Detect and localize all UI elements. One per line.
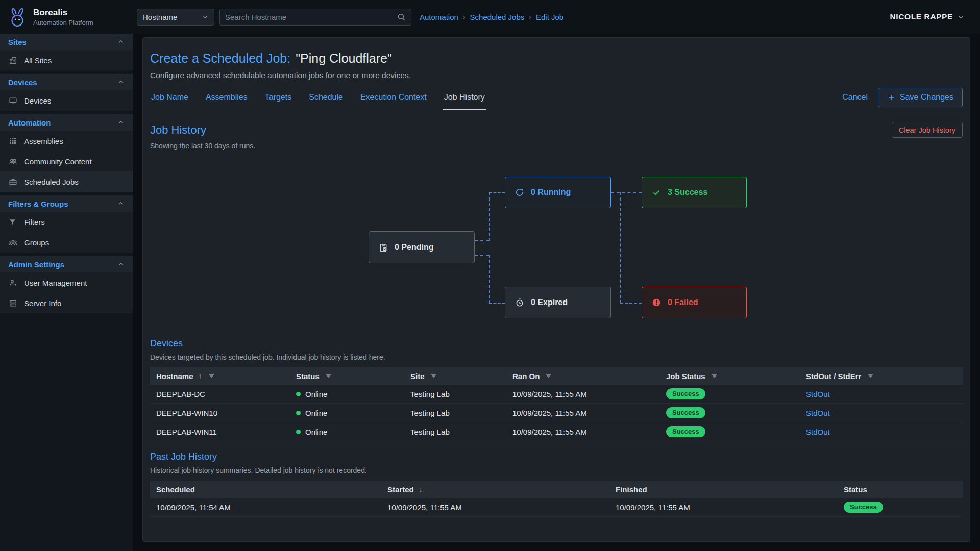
clear-job-history-button[interactable]: Clear Job History: [892, 122, 963, 138]
sidebar-section-header-sites[interactable]: Sites: [0, 34, 133, 50]
online-status-dot: [296, 392, 301, 396]
column-header-status[interactable]: Status: [290, 367, 404, 385]
tab-schedule[interactable]: Schedule: [308, 85, 344, 110]
save-changes-button[interactable]: Save Changes: [878, 88, 963, 107]
failed-status-node[interactable]: 0 Failed: [642, 287, 747, 318]
column-header-hostname[interactable]: Hostname ↑: [150, 367, 290, 385]
device-row[interactable]: DEEPLAB-DC Online Testing Lab 10/09/2025…: [150, 385, 963, 404]
pending-node-label: 0 Pending: [395, 243, 433, 252]
sidebar-section-header-automation[interactable]: Automation: [0, 114, 133, 131]
hostname-filter-select[interactable]: Hostname: [137, 9, 214, 26]
user-menu[interactable]: NICOLE RAPPE: [890, 12, 965, 21]
finished-cell: 10/09/2025, 11:55 AM: [609, 498, 838, 516]
column-label: Status: [296, 372, 320, 381]
edit-job-panel: Create a Scheduled Job: "Ping Cloudflare…: [142, 37, 970, 542]
devices-table: Hostname ↑ Status Site Ran On Job Status: [150, 367, 963, 441]
sidebar-section-header-devices[interactable]: Devices: [0, 74, 133, 90]
breadcrumb-scheduled-jobs[interactable]: Scheduled Jobs: [470, 13, 525, 21]
success-badge: Success: [844, 502, 883, 513]
error-icon: [652, 298, 661, 307]
sort-desc-icon[interactable]: ↓: [419, 485, 423, 493]
search-input[interactable]: [225, 13, 397, 21]
sidebar-item-label: User Management: [24, 279, 87, 287]
section-label: Automation: [8, 118, 51, 127]
sidebar-item-groups[interactable]: Groups: [0, 232, 133, 253]
cancel-button[interactable]: Cancel: [842, 93, 868, 102]
column-header-stdout[interactable]: StdOut / StdErr: [800, 367, 963, 385]
sidebar-item-label: Community Content: [24, 157, 92, 166]
stdout-link[interactable]: StdOut: [806, 390, 830, 398]
user-name: NICOLE RAPPE: [890, 12, 953, 21]
started-cell: 10/09/2025, 11:55 AM: [381, 498, 609, 516]
sidebar-section-header-admin-settings[interactable]: Admin Settings: [0, 256, 133, 272]
filter-list-icon[interactable]: [710, 372, 719, 380]
tab-execution-context[interactable]: Execution Context: [359, 85, 428, 110]
section-label: Devices: [8, 78, 37, 87]
stdout-link[interactable]: StdOut: [806, 428, 830, 436]
tab-job-name[interactable]: Job Name: [150, 85, 189, 110]
chevron-up-icon: [117, 79, 125, 86]
sidebar-item-community-content[interactable]: Community Content: [0, 151, 133, 171]
past-history-heading: Past Job History: [150, 452, 217, 462]
column-header-started[interactable]: Started ↓: [381, 481, 609, 498]
status-text: Online: [305, 390, 327, 398]
tab-assemblies[interactable]: Assemblies: [205, 85, 249, 110]
brand: Borealis Automation Platform: [0, 6, 133, 28]
column-header-site[interactable]: Site: [404, 367, 506, 385]
filter-list-icon[interactable]: [207, 372, 215, 380]
sidebar-item-user-management[interactable]: User Management: [0, 272, 133, 293]
sidebar-item-label: Scheduled Jobs: [24, 178, 79, 186]
site-cell: Testing Lab: [404, 422, 506, 441]
filter-list-icon[interactable]: [545, 372, 553, 380]
sidebar-item-label: Filters: [24, 218, 45, 227]
filter-list-icon[interactable]: [866, 372, 874, 380]
sidebar-item-scheduled-jobs[interactable]: Scheduled Jobs: [0, 171, 133, 192]
past-history-row[interactable]: 10/09/2025, 11:54 AM 10/09/2025, 11:55 A…: [150, 498, 963, 517]
hostname-cell: DEEPLAB-WIN10: [150, 404, 290, 422]
tab-job-history[interactable]: Job History: [443, 85, 486, 110]
column-label: Site: [410, 372, 425, 381]
sidebar-item-all-sites[interactable]: All Sites: [0, 50, 133, 70]
sidebar-item-server-info[interactable]: Server Info: [0, 293, 133, 313]
search-icon[interactable]: [397, 13, 406, 21]
stdout-link[interactable]: StdOut: [806, 409, 830, 417]
filter-list-icon[interactable]: [430, 372, 438, 380]
success-badge: Success: [666, 407, 705, 418]
column-label: Started: [387, 485, 414, 494]
sidebar-item-devices[interactable]: Devices: [0, 90, 133, 111]
site-cell: Testing Lab: [404, 404, 506, 422]
chevron-down-icon: [957, 13, 965, 21]
job-history-header-row: Job History Clear Job History: [150, 122, 963, 138]
borealis-logo-icon: [7, 6, 28, 28]
running-status-node[interactable]: 0 Running: [505, 177, 611, 208]
device-row[interactable]: DEEPLAB-WIN10 Online Testing Lab 10/09/2…: [150, 404, 963, 422]
expired-status-node[interactable]: 0 Expired: [505, 287, 611, 318]
pending-status-node[interactable]: 0 Pending: [369, 231, 475, 263]
sidebar-section-filters-groups: Filters & Groups Filters Groups: [0, 195, 133, 253]
devices-header-row: Devices: [150, 338, 963, 349]
column-header-ran-on[interactable]: Ran On: [506, 367, 660, 385]
sort-asc-icon[interactable]: ↑: [199, 372, 202, 380]
breadcrumb-edit-job[interactable]: Edit Job: [536, 13, 564, 21]
tab-targets[interactable]: Targets: [264, 85, 292, 110]
grid-icon: [9, 137, 17, 145]
hostname-cell: DEEPLAB-DC: [150, 385, 290, 403]
chevron-up-icon: [117, 38, 125, 45]
sidebar-item-filters[interactable]: Filters: [0, 212, 133, 232]
breadcrumb-automation[interactable]: Automation: [420, 13, 458, 21]
success-status-node[interactable]: 3 Success: [642, 177, 747, 208]
sidebar-item-label: Server Info: [24, 299, 61, 308]
column-header-status[interactable]: Status: [838, 481, 963, 498]
column-label: Ran On: [512, 372, 540, 381]
sidebar-section-header-filters-groups[interactable]: Filters & Groups: [0, 195, 133, 212]
sidebar-item-assemblies[interactable]: Assemblies: [0, 131, 133, 151]
past-history-description: Historical job history summaries. Detail…: [150, 466, 963, 474]
sidebar-item-label: All Sites: [24, 56, 52, 65]
column-header-finished[interactable]: Finished: [609, 481, 838, 498]
device-row[interactable]: DEEPLAB-WIN11 Online Testing Lab 10/09/2…: [150, 422, 963, 441]
filter-list-icon[interactable]: [325, 372, 333, 380]
column-header-scheduled[interactable]: Scheduled: [150, 481, 381, 498]
column-label: Scheduled: [156, 485, 195, 494]
column-header-job-status[interactable]: Job Status: [660, 367, 800, 385]
devices-description: Devices targeted by this scheduled job. …: [150, 353, 963, 361]
